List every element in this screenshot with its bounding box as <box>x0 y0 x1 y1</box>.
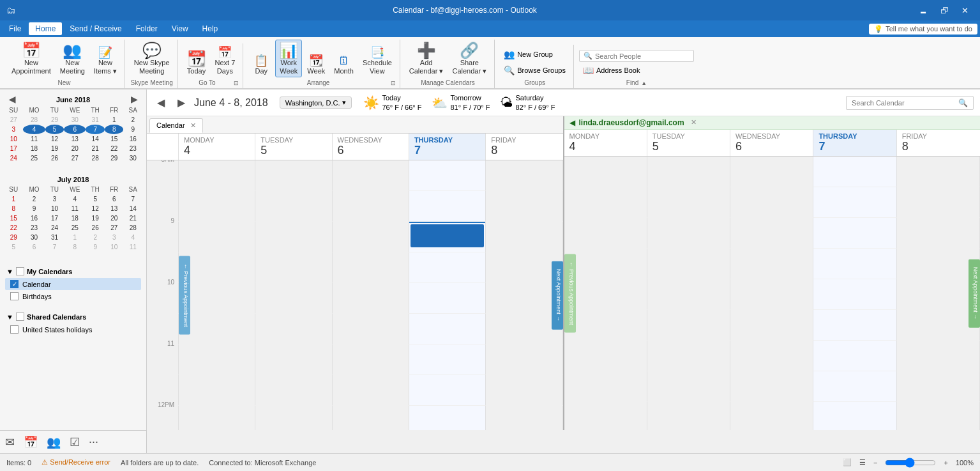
restore-button[interactable]: 🗗 <box>935 4 954 17</box>
mini-cal-day[interactable]: 8 <box>64 242 86 252</box>
linda-day-cell[interactable] <box>647 157 730 187</box>
new-group-button[interactable]: 👥 New Group <box>500 47 569 61</box>
location-selector[interactable]: Washington, D.C. ▾ <box>280 97 352 109</box>
linda-day-cell[interactable] <box>564 279 647 310</box>
mini-cal-day[interactable]: 8 <box>105 125 124 134</box>
linda-day-cell[interactable] <box>647 279 730 310</box>
day-cell[interactable] <box>486 344 562 375</box>
day-cell[interactable] <box>333 344 409 375</box>
linda-day-cell[interactable] <box>564 341 647 371</box>
linda-day-cell[interactable] <box>897 218 980 249</box>
arrange-expander[interactable]: ⊡ <box>391 80 396 86</box>
linda-day-cell[interactable] <box>813 310 896 341</box>
mini-cal-day[interactable]: 13 <box>105 204 124 213</box>
day-cell[interactable] <box>333 252 409 283</box>
next7days-button[interactable]: 📅 Next 7Days <box>211 43 239 77</box>
mini-cal-day[interactable]: 10 <box>105 242 124 252</box>
day-cell[interactable] <box>333 191 409 222</box>
day-cell[interactable] <box>409 160 486 191</box>
linda-day-cell[interactable] <box>897 310 980 341</box>
day-cell[interactable] <box>255 406 332 430</box>
linda-day-cell[interactable] <box>564 218 647 249</box>
calendar-item-calendar[interactable]: ✓ Calendar <box>5 278 141 290</box>
day-cell[interactable] <box>409 283 486 314</box>
day-cell[interactable] <box>255 375 332 406</box>
mini-cal-day[interactable]: 14 <box>86 134 105 144</box>
mini-cal-day[interactable]: 24 <box>45 223 64 233</box>
mini-cal-day[interactable]: 27 <box>105 223 124 233</box>
mini-cal-day[interactable]: 16 <box>123 134 142 144</box>
mini-cal-day[interactable]: 11 <box>123 242 142 252</box>
mini-cal-day[interactable]: 22 <box>4 223 23 233</box>
mini-cal-day[interactable]: 15 <box>105 134 124 144</box>
shared-calendars-header[interactable]: ▼ Shared Calendars <box>5 310 141 323</box>
linda-day-cell[interactable] <box>564 310 647 341</box>
day-cell[interactable] <box>179 283 255 314</box>
calendar-item-us-holidays[interactable]: United States holidays <box>5 323 141 336</box>
linda-day-cell[interactable] <box>730 249 813 279</box>
linda-day-cell[interactable] <box>647 402 730 430</box>
mini-cal-day[interactable]: 4 <box>123 233 142 242</box>
mini-cal-day[interactable]: 15 <box>4 213 23 223</box>
menu-file[interactable]: File <box>3 22 27 35</box>
linda-day-cell[interactable] <box>564 187 647 218</box>
mini-cal-day[interactable]: 10 <box>4 134 23 144</box>
mini-cal-day[interactable]: 12 <box>45 134 64 144</box>
minimize-button[interactable]: 🗕 <box>914 4 933 17</box>
prev-month-button[interactable]: ◀ <box>6 95 18 104</box>
linda-day-cell[interactable] <box>730 341 813 371</box>
linda-day-cell[interactable] <box>897 371 980 402</box>
mini-cal-day[interactable]: 4 <box>64 194 86 204</box>
mini-cal-day[interactable]: 11 <box>23 134 45 144</box>
mini-cal-day[interactable]: 29 <box>45 115 64 125</box>
view-toggle-icon-1[interactable]: ⬜ <box>843 458 852 467</box>
mini-cal-day[interactable]: 5 <box>4 242 23 252</box>
calendar-nav-icon[interactable]: 📅 <box>24 435 38 449</box>
mini-cal-day[interactable]: 17 <box>45 213 64 223</box>
day-cell[interactable] <box>179 252 255 283</box>
linda-day-cell[interactable] <box>813 402 896 430</box>
next-week-button[interactable]: ▶ <box>174 95 189 110</box>
mini-cal-day[interactable]: 18 <box>23 144 45 153</box>
my-calendar-tab[interactable]: Calendar ✕ <box>149 118 203 133</box>
mini-cal-day[interactable]: 26 <box>86 223 105 233</box>
mini-cal-day[interactable]: 7 <box>123 194 142 204</box>
prev-week-button[interactable]: ◀ <box>153 95 169 110</box>
day-cell[interactable] <box>179 314 255 344</box>
mini-cal-day[interactable]: 3 <box>4 125 23 134</box>
mini-cal-day[interactable]: 6 <box>105 194 124 204</box>
calendar-checkbox[interactable]: ✓ <box>10 280 19 288</box>
browse-groups-button[interactable]: 🔍 Browse Groups <box>500 63 569 77</box>
zoom-minus[interactable]: − <box>873 459 877 467</box>
linda-day-cell[interactable] <box>813 371 896 402</box>
tasks-nav-icon[interactable]: ☑ <box>70 435 80 449</box>
linda-day-cell[interactable] <box>730 371 813 402</box>
day-cell[interactable] <box>179 222 255 252</box>
mini-cal-day[interactable]: 22 <box>105 144 124 153</box>
today-button[interactable]: 📆 Today <box>183 48 210 77</box>
mini-cal-day[interactable]: 1 <box>64 233 86 242</box>
mini-cal-day[interactable]: 6 <box>23 242 45 252</box>
mini-cal-day[interactable]: 19 <box>45 144 64 153</box>
menu-help[interactable]: Help <box>196 22 225 35</box>
mini-cal-day[interactable]: 28 <box>23 115 45 125</box>
linda-day-cell[interactable] <box>730 157 813 187</box>
mini-cal-day[interactable]: 9 <box>86 242 105 252</box>
new-meeting-button[interactable]: 👥 NewMeeting <box>56 40 89 77</box>
linda-day-cell[interactable] <box>730 310 813 341</box>
mini-cal-day[interactable]: 19 <box>86 213 105 223</box>
linda-day-cell[interactable] <box>897 341 980 371</box>
week-view-button[interactable]: 📆 Week <box>303 52 329 77</box>
linda-day-cell[interactable] <box>897 187 980 218</box>
day-cell[interactable] <box>333 314 409 344</box>
mini-cal-day[interactable]: 14 <box>123 204 142 213</box>
linda-next-appointment-button[interactable]: Next Appointment → <box>969 259 980 328</box>
mini-cal-day[interactable]: 16 <box>23 213 45 223</box>
mini-cal-day[interactable]: 7 <box>86 125 105 134</box>
share-calendar-button[interactable]: 🔗 ShareCalendar ▾ <box>448 40 490 77</box>
mini-cal-day[interactable]: 31 <box>86 115 105 125</box>
linda-day-cell[interactable] <box>647 371 730 402</box>
mini-cal-day[interactable]: 30 <box>123 153 142 163</box>
mini-cal-day[interactable]: 21 <box>123 213 142 223</box>
mini-cal-day[interactable]: 29 <box>105 153 124 163</box>
